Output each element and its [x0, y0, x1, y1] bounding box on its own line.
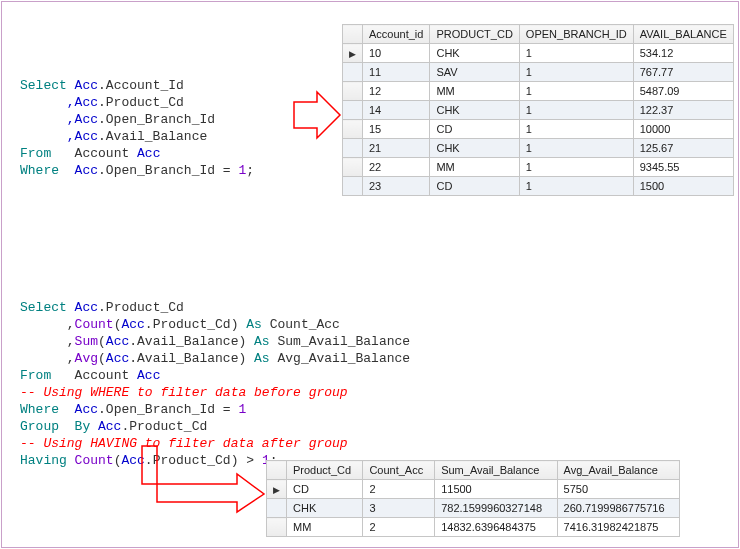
col-avail-balance: AVAIL_BALANCE [633, 25, 733, 44]
col-count-acc: Count_Acc [363, 461, 435, 480]
table-row: 22MM19345.55 [343, 158, 734, 177]
row-selector-header [267, 461, 287, 480]
kw-where: Where [20, 163, 59, 178]
result-grid-1: Account_id PRODUCT_CD OPEN_BRANCH_ID AVA… [342, 24, 734, 196]
table-row: 11SAV1767.77 [343, 63, 734, 82]
table-row: 12MM15487.09 [343, 82, 734, 101]
row-selector-header [343, 25, 363, 44]
table-row: 21CHK1125.67 [343, 139, 734, 158]
col-open-branch-id: OPEN_BRANCH_ID [519, 25, 633, 44]
table-row: CD2115005750 [267, 480, 680, 499]
row-indicator-icon [343, 44, 363, 63]
col-avg-avail: Avg_Avail_Balance [557, 461, 679, 480]
table-row: 10CHK1534.12 [343, 44, 734, 63]
row-indicator-icon [267, 480, 287, 499]
kw-select: Select [20, 78, 67, 93]
table-row: 14CHK1122.37 [343, 101, 734, 120]
col-product-cd: PRODUCT_CD [430, 25, 519, 44]
kw-from: From [20, 146, 51, 161]
table-row: 15CD110000 [343, 120, 734, 139]
sql-comment: -- Using WHERE to filter data before gro… [20, 385, 348, 400]
arrow-right-icon [292, 90, 342, 140]
result-grid-2: Product_Cd Count_Acc Sum_Avail_Balance A… [266, 460, 680, 537]
table-row: CHK3782.1599960327148260.7199986775716 [267, 499, 680, 518]
sql-query-1: Select Acc.Account_Id ,Acc.Product_Cd ,A… [20, 60, 254, 179]
arrow-down-right-icon [132, 444, 267, 514]
col-product-cd: Product_Cd [287, 461, 363, 480]
sql-query-2: Select Acc.Product_Cd ,Count(Acc.Product… [20, 282, 410, 469]
col-sum-avail: Sum_Avail_Balance [435, 461, 557, 480]
table-row: MM214832.63964843757416.31982421875 [267, 518, 680, 537]
col-account-id: Account_id [363, 25, 430, 44]
table-row: 23CD11500 [343, 177, 734, 196]
